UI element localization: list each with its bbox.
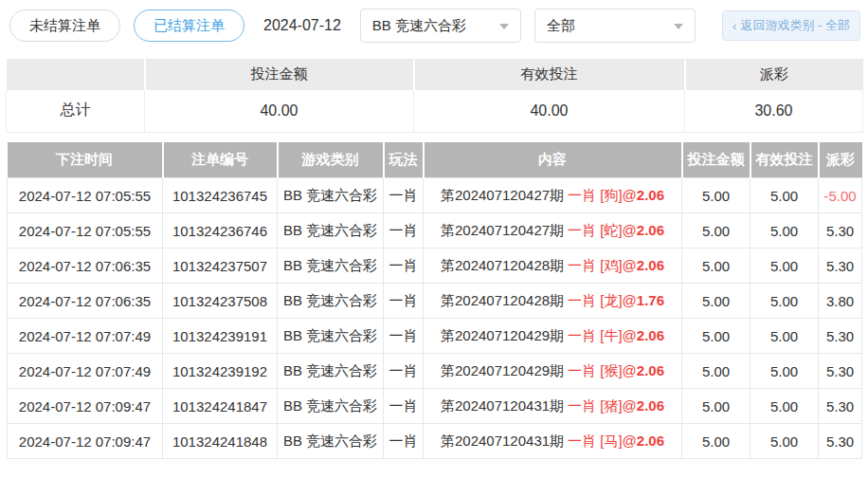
game-category: BB 竞速六合彩 — [278, 354, 384, 389]
bet-time: 2024-07-12 07:07:49 — [8, 354, 163, 389]
payout: 5.30 — [819, 249, 862, 284]
play-type: 一肖 — [384, 424, 424, 459]
payout: 5.30 — [819, 213, 862, 249]
bet-time: 2024-07-12 07:05:55 — [8, 178, 163, 213]
tab-settled-bets[interactable]: 已结算注单 — [134, 9, 244, 42]
play-type: 一肖 — [384, 213, 424, 249]
summary-total-row: 总计 40.00 40.00 30.60 — [7, 90, 863, 132]
bet-id: 101324237507 — [163, 249, 278, 284]
pick-label: 一肖 [龙]@ — [568, 292, 637, 308]
game-category: BB 竞速六合彩 — [278, 213, 384, 249]
bet-content: 第202407120429期一肖 [牛]@2.06 — [424, 319, 682, 354]
bet-table-header-row: 下注时间注单编号游戏类别玩法内容投注金额有效投注派彩 — [8, 142, 862, 178]
valid-bet: 5.00 — [750, 249, 819, 284]
scope-select[interactable]: 全部 — [534, 9, 696, 43]
summary-total-bet-amount: 40.00 — [145, 90, 414, 132]
valid-bet: 5.00 — [750, 319, 819, 354]
scope-select-value: 全部 — [547, 17, 575, 35]
bet-amount: 5.00 — [682, 178, 750, 213]
column-header: 有效投注 — [750, 142, 819, 178]
bet-id: 101324239191 — [163, 319, 278, 354]
payout: 5.30 — [819, 424, 862, 459]
table-row: 2024-07-12 07:06:35 101324237508 BB 竞速六合… — [8, 284, 862, 319]
odds-value: 2.06 — [637, 187, 664, 203]
column-header: 投注金额 — [682, 142, 750, 178]
odds-value: 2.06 — [637, 257, 664, 273]
play-type: 一肖 — [384, 284, 424, 319]
table-row: 2024-07-12 07:05:55 101324236746 BB 竞速六合… — [8, 213, 862, 249]
bet-time: 2024-07-12 07:09:47 — [8, 389, 163, 424]
play-type: 一肖 — [384, 389, 424, 424]
game-category: BB 竞速六合彩 — [278, 319, 384, 354]
game-category: BB 竞速六合彩 — [278, 389, 384, 424]
bet-id: 101324237508 — [163, 284, 278, 319]
pick-label: 一肖 [狗]@ — [568, 187, 637, 203]
game-category: BB 竞速六合彩 — [278, 284, 384, 319]
payout: 5.30 — [819, 319, 862, 354]
bet-amount: 5.00 — [682, 213, 750, 249]
play-type: 一肖 — [384, 354, 424, 389]
period-number: 第202407120431期 — [441, 433, 564, 449]
odds-value: 2.06 — [637, 433, 664, 449]
bet-table-body: 2024-07-12 07:05:55 101324236745 BB 竞速六合… — [8, 178, 862, 459]
bet-amount: 5.00 — [682, 319, 750, 354]
toolbar: 未结算注单 已结算注单 2024-07-12 BB 竞速六合彩 全部 ‹ 返回游… — [0, 0, 868, 46]
payout: 3.80 — [819, 284, 862, 319]
table-row: 2024-07-12 07:09:47 101324241848 BB 竞速六合… — [8, 424, 862, 459]
payout: 5.30 — [819, 389, 862, 424]
column-header: 游戏类别 — [278, 142, 384, 178]
summary-table: 投注金额有效投注派彩 总计 40.00 40.00 30.60 — [6, 59, 863, 133]
odds-value: 2.06 — [637, 222, 664, 238]
chevron-down-icon — [499, 24, 509, 29]
play-type: 一肖 — [384, 319, 424, 354]
summary-section: 投注金额有效投注派彩 总计 40.00 40.00 30.60 — [6, 59, 862, 133]
column-header: 玩法 — [384, 142, 424, 178]
valid-bet: 5.00 — [750, 389, 819, 424]
valid-bet: 5.00 — [750, 424, 819, 459]
column-header: 派彩 — [819, 142, 862, 178]
summary-total-payout: 30.60 — [685, 90, 863, 132]
bet-id: 101324236745 — [163, 178, 278, 213]
bet-id: 101324239192 — [163, 354, 278, 389]
game-type-select-value: BB 竞速六合彩 — [372, 17, 466, 35]
pick-label: 一肖 [猴]@ — [568, 362, 637, 378]
play-type: 一肖 — [384, 178, 424, 213]
bet-time: 2024-07-12 07:05:55 — [8, 213, 163, 249]
bet-time: 2024-07-12 07:06:35 — [8, 284, 163, 319]
bet-table: 下注时间注单编号游戏类别玩法内容投注金额有效投注派彩 2024-07-12 07… — [7, 142, 862, 460]
period-number: 第202407120427期 — [441, 187, 564, 203]
back-to-game-category-button[interactable]: ‹ 返回游戏类别 - 全部 — [722, 10, 860, 41]
column-header — [7, 59, 145, 90]
table-row: 2024-07-12 07:05:55 101324236745 BB 竞速六合… — [8, 178, 862, 213]
odds-value: 2.06 — [637, 327, 664, 343]
bet-content: 第202407120428期一肖 [鸡]@2.06 — [424, 249, 682, 284]
table-row: 2024-07-12 07:06:35 101324237507 BB 竞速六合… — [8, 249, 862, 284]
bet-amount: 5.00 — [682, 389, 750, 424]
column-header: 派彩 — [685, 59, 863, 90]
summary-header-row: 投注金额有效投注派彩 — [7, 59, 863, 90]
bet-id: 101324236746 — [163, 213, 278, 249]
odds-value: 2.06 — [637, 362, 664, 378]
bet-content: 第202407120428期一肖 [龙]@1.76 — [424, 284, 682, 319]
period-number: 第202407120428期 — [441, 257, 564, 273]
tab-unsettled-bets[interactable]: 未结算注单 — [9, 9, 120, 42]
game-category: BB 竞速六合彩 — [278, 178, 384, 213]
bet-amount: 5.00 — [682, 249, 750, 284]
bet-amount: 5.00 — [682, 424, 750, 459]
pick-label: 一肖 [鸡]@ — [568, 257, 637, 273]
column-header: 投注金额 — [145, 59, 414, 90]
table-row: 2024-07-12 07:07:49 101324239191 BB 竞速六合… — [8, 319, 862, 354]
bet-content: 第202407120427期一肖 [狗]@2.06 — [424, 178, 682, 213]
odds-value: 1.76 — [637, 292, 664, 308]
summary-total-valid-bet: 40.00 — [414, 90, 685, 132]
pick-label: 一肖 [蛇]@ — [568, 222, 637, 238]
column-header: 注单编号 — [163, 142, 278, 178]
bet-amount: 5.00 — [682, 284, 750, 319]
odds-value: 2.06 — [637, 397, 664, 414]
valid-bet: 5.00 — [750, 213, 819, 249]
back-arrow-icon: ‹ — [732, 19, 736, 33]
game-type-select[interactable]: BB 竞速六合彩 — [360, 9, 521, 43]
pick-label: 一肖 [马]@ — [568, 433, 637, 449]
bet-id: 101324241848 — [163, 424, 278, 459]
table-row: 2024-07-12 07:09:47 101324241847 BB 竞速六合… — [8, 389, 862, 424]
